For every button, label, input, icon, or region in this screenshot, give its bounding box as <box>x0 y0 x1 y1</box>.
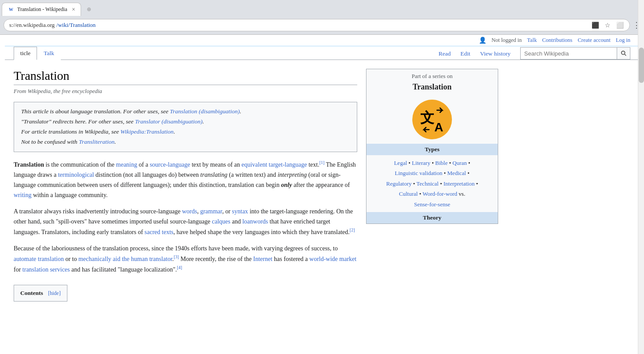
link-loanwords[interactable]: loanwords <box>242 218 268 225</box>
tab-talk[interactable]: Talk <box>37 47 61 60</box>
tab-close-button[interactable]: × <box>72 6 75 13</box>
hatnote-line3: For article translations in Wikipedia, s… <box>21 127 350 137</box>
contributions-link[interactable]: Contributions <box>542 37 573 44</box>
cite-2[interactable]: [2] <box>350 227 355 232</box>
infobox: Part of a series on Translation 文 <box>366 69 498 224</box>
tab-article[interactable]: ticle <box>14 47 37 60</box>
cite-1[interactable]: [1] <box>319 160 325 165</box>
address-bar-row: s://en.wikipedia.org/wiki/Translation ⬛ … <box>0 16 644 34</box>
link-internet[interactable]: Internet <box>253 255 273 262</box>
wiki-page: 👤 Not logged in Talk Contributions Creat… <box>5 35 639 310</box>
sidebar-box: Part of a series on Translation 文 <box>366 69 498 302</box>
scrollbar-thumb[interactable] <box>639 48 644 83</box>
svg-text:A: A <box>434 120 443 134</box>
nav-tabs-left: ticle Talk <box>14 46 61 60</box>
translation-icon: 文 A <box>412 100 452 139</box>
nav-edit[interactable]: Edit <box>456 48 475 60</box>
type-legal[interactable]: Legal <box>394 160 407 166</box>
link-source-language[interactable]: source-language <box>150 161 190 168</box>
not-logged-in-text: Not logged in <box>492 37 522 44</box>
hatnote-line1: This article is about language translati… <box>21 107 350 117</box>
link-writing[interactable]: writing <box>14 192 31 198</box>
nav-read[interactable]: Read <box>434 48 455 60</box>
search-box <box>520 47 630 60</box>
infobox-types-header: Types <box>366 144 498 155</box>
address-bar[interactable]: s://en.wikipedia.org/wiki/Translation ⬛ … <box>4 19 630 31</box>
link-world-wide-market[interactable]: world-wide market <box>309 255 356 262</box>
link-meaning[interactable]: meaning <box>116 161 137 168</box>
type-cultural[interactable]: Cultural <box>399 190 418 197</box>
bookmark-icon[interactable]: ☆ <box>603 21 612 30</box>
talk-link[interactable]: Talk <box>527 37 537 44</box>
italic-interpreting: interpreting <box>278 171 307 178</box>
svg-text:文: 文 <box>420 110 434 126</box>
translation-svg-icon: 文 A <box>417 104 448 135</box>
type-technical[interactable]: Technical <box>416 180 438 187</box>
hatnote-line2: "Translator" redirects here. For other u… <box>21 117 350 127</box>
link-grammar[interactable]: grammar <box>200 208 222 215</box>
hatnote-link-transliteration[interactable]: Transliteration <box>79 138 115 145</box>
infobox-image: 文 A <box>366 95 498 144</box>
hatnote-link-wikipedia-translation[interactable]: Wikipedia:Translation <box>120 128 174 135</box>
link-terminological[interactable]: terminological <box>58 171 94 178</box>
user-bar: 👤 Not logged in Talk Contributions Creat… <box>5 35 639 46</box>
tab-favicon: W <box>7 6 15 13</box>
tab-bar: W Translation - Wikipedia × ⊕ <box>0 0 644 16</box>
contents-title: Contents <box>20 290 43 296</box>
only-text: only <box>281 182 292 188</box>
article-text: Translation is the communication of the … <box>14 159 357 302</box>
create-account-link[interactable]: Create account <box>577 37 611 44</box>
bold-translation: Translation <box>14 161 44 168</box>
active-tab[interactable]: W Translation - Wikipedia × <box>2 3 81 16</box>
link-sacred-texts[interactable]: sacred texts <box>144 229 174 235</box>
address-path: /wiki/Translation <box>56 22 96 29</box>
content-wrapper: Translation From Wikipedia, the free enc… <box>5 60 639 310</box>
link-syntax[interactable]: syntax <box>232 208 248 215</box>
link-automate-translation[interactable]: automate translation <box>14 255 64 262</box>
translate-icon[interactable]: ⬛ <box>591 21 600 30</box>
cite-3[interactable]: [3] <box>174 254 179 259</box>
log-in-link[interactable]: Log in <box>616 37 630 44</box>
svg-line-1 <box>624 54 626 56</box>
nav-view-history[interactable]: View history <box>476 48 515 60</box>
type-word-for-word[interactable]: Word-for-word <box>422 190 457 197</box>
user-icon: 👤 <box>479 37 486 44</box>
article-nav: ticle Talk Read Edit View history <box>5 46 639 60</box>
browser-chrome: W Translation - Wikipedia × ⊕ s://en.wik… <box>0 0 644 35</box>
article-paragraph-1: Translation is the communication of the … <box>14 159 357 200</box>
article-paragraph-3: Because of the laboriousness of the tran… <box>14 243 357 275</box>
article-paragraph-2: A translator always risks inadvertently … <box>14 206 357 237</box>
infobox-theory-header: Theory <box>366 212 498 224</box>
hatnote-link-translation-disambiguation[interactable]: Translation (disambiguation) <box>170 108 240 115</box>
contents-hide-link[interactable]: [hide] <box>48 290 61 296</box>
cast-icon[interactable]: ⬜ <box>615 21 624 30</box>
infobox-part-series: Part of a series on <box>366 69 498 82</box>
type-linguistic-validation[interactable]: Linguistic validation <box>395 170 442 176</box>
type-regulatory[interactable]: Regulatory <box>386 180 412 187</box>
svg-point-0 <box>621 51 625 55</box>
hatnote-line4: Not to be confused with Transliteration. <box>21 137 350 147</box>
hatnote-link-translator-disambiguation[interactable]: Translator (disambiguation) <box>135 118 202 125</box>
infobox-title: Translation <box>366 82 498 95</box>
type-bible[interactable]: Bible <box>435 160 448 166</box>
cite-4[interactable]: [4] <box>177 265 182 270</box>
contents-box: Contents [hide] <box>14 285 67 302</box>
type-sense-for-sense[interactable]: Sense-for-sense <box>414 201 450 208</box>
scrollbar[interactable] <box>638 0 644 310</box>
type-quran[interactable]: Quran <box>452 160 467 166</box>
link-words[interactable]: words <box>182 208 197 215</box>
link-translation-services[interactable]: translation services <box>22 266 70 272</box>
infobox-types: Legal • Literary • Bible • Quran • Lingu… <box>366 155 498 212</box>
type-literary[interactable]: Literary <box>412 160 430 166</box>
italic-translating: translating <box>200 171 227 178</box>
from-wiki: From Wikipedia, the free encyclopedia <box>14 88 357 95</box>
search-input[interactable] <box>520 47 617 60</box>
type-medical[interactable]: Medical <box>447 170 466 176</box>
link-mechanically-aid[interactable]: mechanically aid the human translator <box>78 255 172 262</box>
link-calques[interactable]: calques <box>212 218 230 225</box>
search-button[interactable] <box>617 47 630 60</box>
type-interpretation[interactable]: Interpretation <box>444 180 475 187</box>
hatnote-box: This article is about language translati… <box>14 102 357 152</box>
inactive-tab[interactable]: ⊕ <box>81 3 160 16</box>
link-equivalent-target-language[interactable]: equivalent target-language <box>241 161 307 168</box>
